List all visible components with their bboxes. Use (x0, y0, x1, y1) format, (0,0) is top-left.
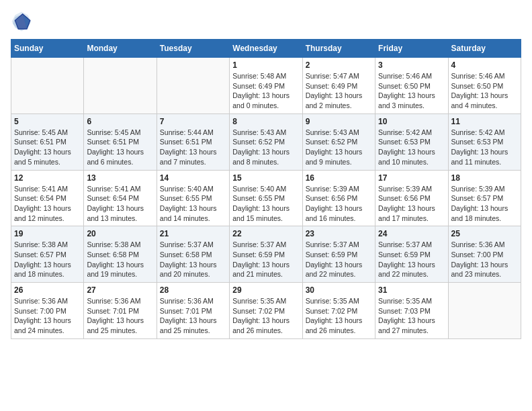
calendar-cell: 27 Sunrise: 5:36 AM Sunset: 7:01 PM Dayl… (84, 283, 157, 339)
day-info: Sunrise: 5:43 AM Sunset: 6:52 PM Dayligh… (232, 128, 299, 167)
sunset-text: Sunset: 6:59 PM (306, 250, 358, 259)
sunrise-text: Sunrise: 5:36 AM (160, 297, 214, 305)
day-info: Sunrise: 5:37 AM Sunset: 6:59 PM Dayligh… (378, 240, 445, 279)
sunset-text: Sunset: 6:52 PM (232, 138, 285, 146)
day-number: 28 (160, 285, 226, 295)
day-number: 16 (306, 173, 372, 183)
sunrise-text: Sunrise: 5:44 AM (160, 128, 214, 136)
sunset-text: Sunset: 6:49 PM (306, 82, 358, 90)
calendar-cell: 20 Sunrise: 5:38 AM Sunset: 6:58 PM Dayl… (84, 226, 157, 283)
sunset-text: Sunset: 6:57 PM (451, 194, 504, 202)
sunrise-text: Sunrise: 5:40 AM (232, 185, 286, 193)
calendar-table: SundayMondayTuesdayWednesdayThursdayFrid… (11, 39, 521, 339)
sunset-text: Sunset: 6:50 PM (378, 82, 431, 90)
calendar-cell: 7 Sunrise: 5:44 AM Sunset: 6:51 PM Dayli… (157, 113, 229, 170)
calendar-cell (11, 58, 84, 114)
day-info: Sunrise: 5:39 AM Sunset: 6:56 PM Dayligh… (306, 184, 372, 224)
daylight-text: Daylight: 13 hours and 18 minutes. (451, 204, 508, 222)
day-info: Sunrise: 5:35 AM Sunset: 7:02 PM Dayligh… (306, 296, 372, 336)
logo-icon (11, 11, 32, 32)
sunrise-text: Sunrise: 5:38 AM (14, 240, 68, 248)
daylight-text: Daylight: 13 hours and 25 minutes. (87, 316, 144, 334)
day-number: 9 (306, 117, 372, 126)
day-info: Sunrise: 5:40 AM Sunset: 6:55 PM Dayligh… (232, 184, 299, 224)
day-number: 25 (451, 229, 518, 238)
day-info: Sunrise: 5:42 AM Sunset: 6:53 PM Dayligh… (378, 128, 445, 167)
daylight-text: Daylight: 13 hours and 10 minutes. (378, 148, 435, 166)
daylight-text: Daylight: 13 hours and 16 minutes. (306, 204, 363, 222)
sunrise-text: Sunrise: 5:36 AM (14, 297, 68, 305)
daylight-text: Daylight: 13 hours and 20 minutes. (160, 261, 217, 279)
daylight-text: Daylight: 13 hours and 5 minutes. (14, 148, 71, 166)
weekday-header-monday: Monday (84, 40, 157, 58)
sunset-text: Sunset: 7:02 PM (232, 307, 285, 315)
sunrise-text: Sunrise: 5:37 AM (306, 240, 359, 248)
calendar-cell: 16 Sunrise: 5:39 AM Sunset: 6:56 PM Dayl… (302, 170, 375, 226)
weekday-header-saturday: Saturday (448, 40, 521, 58)
sunset-text: Sunset: 6:56 PM (306, 194, 358, 202)
sunrise-text: Sunrise: 5:37 AM (160, 240, 214, 248)
calendar-cell (84, 58, 157, 114)
day-number: 11 (451, 117, 518, 126)
weekday-header-friday: Friday (375, 40, 448, 58)
sunrise-text: Sunrise: 5:39 AM (306, 185, 359, 193)
sunset-text: Sunset: 6:52 PM (306, 138, 358, 146)
sunrise-text: Sunrise: 5:48 AM (232, 72, 286, 80)
week-row-1: 1 Sunrise: 5:48 AM Sunset: 6:49 PM Dayli… (11, 58, 521, 114)
day-number: 26 (14, 285, 81, 295)
sunset-text: Sunset: 7:01 PM (87, 307, 139, 315)
daylight-text: Daylight: 13 hours and 26 minutes. (232, 316, 290, 334)
day-info: Sunrise: 5:38 AM Sunset: 6:58 PM Dayligh… (87, 240, 153, 279)
weekday-header-wednesday: Wednesday (230, 40, 302, 58)
daylight-text: Daylight: 13 hours and 13 minutes. (87, 204, 144, 222)
daylight-text: Daylight: 13 hours and 7 minutes. (160, 148, 217, 166)
sunset-text: Sunset: 7:00 PM (14, 307, 66, 315)
sunrise-text: Sunrise: 5:35 AM (232, 297, 286, 305)
calendar-cell: 15 Sunrise: 5:40 AM Sunset: 6:55 PM Dayl… (230, 170, 302, 226)
day-info: Sunrise: 5:39 AM Sunset: 6:56 PM Dayligh… (378, 184, 445, 224)
daylight-text: Daylight: 13 hours and 24 minutes. (14, 316, 71, 334)
sunset-text: Sunset: 6:54 PM (14, 194, 66, 202)
calendar-cell: 4 Sunrise: 5:46 AM Sunset: 6:50 PM Dayli… (448, 58, 521, 114)
sunrise-text: Sunrise: 5:37 AM (232, 240, 286, 248)
sunrise-text: Sunrise: 5:39 AM (451, 185, 505, 193)
sunrise-text: Sunrise: 5:38 AM (87, 240, 140, 248)
day-info: Sunrise: 5:41 AM Sunset: 6:54 PM Dayligh… (87, 184, 153, 224)
sunset-text: Sunset: 6:55 PM (160, 194, 212, 202)
sunrise-text: Sunrise: 5:42 AM (378, 128, 432, 136)
week-row-4: 19 Sunrise: 5:38 AM Sunset: 6:57 PM Dayl… (11, 226, 521, 283)
day-number: 23 (306, 229, 372, 238)
day-number: 6 (87, 117, 153, 126)
calendar-cell: 3 Sunrise: 5:46 AM Sunset: 6:50 PM Dayli… (375, 58, 448, 114)
sunset-text: Sunset: 6:59 PM (232, 250, 285, 259)
sunrise-text: Sunrise: 5:35 AM (378, 297, 432, 305)
calendar-cell: 26 Sunrise: 5:36 AM Sunset: 7:00 PM Dayl… (11, 283, 84, 339)
calendar-cell: 31 Sunrise: 5:35 AM Sunset: 7:03 PM Dayl… (375, 283, 448, 339)
sunset-text: Sunset: 6:51 PM (87, 138, 139, 146)
day-number: 14 (160, 173, 226, 183)
day-info: Sunrise: 5:41 AM Sunset: 6:54 PM Dayligh… (14, 184, 81, 224)
calendar-cell: 6 Sunrise: 5:45 AM Sunset: 6:51 PM Dayli… (84, 113, 157, 170)
week-row-3: 12 Sunrise: 5:41 AM Sunset: 6:54 PM Dayl… (11, 170, 521, 226)
weekday-header-tuesday: Tuesday (157, 40, 229, 58)
calendar-cell: 10 Sunrise: 5:42 AM Sunset: 6:53 PM Dayl… (375, 113, 448, 170)
sunset-text: Sunset: 6:53 PM (451, 138, 504, 146)
day-info: Sunrise: 5:43 AM Sunset: 6:52 PM Dayligh… (306, 128, 372, 167)
sunrise-text: Sunrise: 5:46 AM (378, 72, 432, 80)
day-info: Sunrise: 5:46 AM Sunset: 6:50 PM Dayligh… (451, 71, 518, 111)
calendar-cell: 2 Sunrise: 5:47 AM Sunset: 6:49 PM Dayli… (302, 58, 375, 114)
day-info: Sunrise: 5:35 AM Sunset: 7:02 PM Dayligh… (232, 296, 299, 336)
day-number: 31 (378, 285, 445, 295)
calendar-cell (448, 283, 521, 339)
calendar-cell: 1 Sunrise: 5:48 AM Sunset: 6:49 PM Dayli… (230, 58, 302, 114)
calendar-cell: 9 Sunrise: 5:43 AM Sunset: 6:52 PM Dayli… (302, 113, 375, 170)
day-number: 18 (451, 173, 518, 183)
day-number: 17 (378, 173, 445, 183)
day-number: 10 (378, 117, 445, 126)
day-number: 27 (87, 285, 153, 295)
sunset-text: Sunset: 7:02 PM (306, 307, 358, 315)
daylight-text: Daylight: 13 hours and 2 minutes. (306, 91, 363, 109)
sunrise-text: Sunrise: 5:45 AM (87, 128, 140, 136)
calendar-cell: 8 Sunrise: 5:43 AM Sunset: 6:52 PM Dayli… (230, 113, 302, 170)
logo (11, 11, 35, 32)
